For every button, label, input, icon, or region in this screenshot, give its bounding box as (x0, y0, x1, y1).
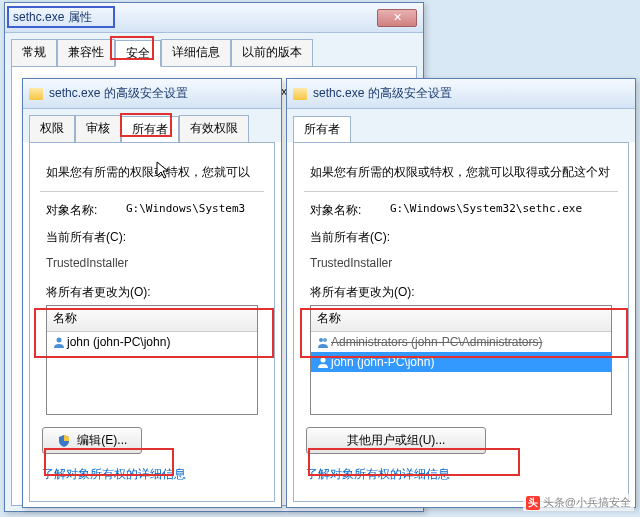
list-item-label: john (john-PC\john) (331, 355, 434, 369)
change-to-label: 将所有者更改为(O): (310, 284, 612, 301)
list-item[interactable]: Administrators (john-PC\Administrators) (311, 332, 611, 352)
svg-point-2 (323, 338, 327, 342)
tab-owner[interactable]: 所有者 (121, 116, 179, 143)
close-icon[interactable]: ✕ (377, 9, 417, 27)
object-value: G:\Windows\System32\sethc.exe (390, 202, 582, 219)
list-header: 名称 (311, 306, 611, 332)
svg-point-0 (57, 338, 62, 343)
advanced-security-window-left: sethc.exe 的高级安全设置 权限 审核 所有者 有效权限 如果您有所需的… (22, 78, 282, 508)
window-title: sethc.exe 的高级安全设置 (47, 85, 275, 102)
window-title: sethc.exe 属性 (11, 9, 377, 26)
owner-desc: 如果您有所需的权限或特权，您就可以取得或分配这个对 (310, 163, 612, 181)
edit-button-label: 编辑(E)... (77, 433, 127, 447)
tab-general[interactable]: 常规 (11, 39, 57, 66)
edit-button[interactable]: 编辑(E)... (42, 427, 142, 454)
current-owner-label: 当前所有者(C): (310, 229, 612, 246)
other-users-button-label: 其他用户或组(U)... (347, 433, 446, 447)
tab-security[interactable]: 安全 (115, 40, 161, 67)
current-owner-value: TrustedInstaller (310, 256, 612, 270)
watermark: 头 头条@小兵搞安全 (523, 494, 634, 511)
titlebar[interactable]: sethc.exe 属性 ✕ (5, 3, 423, 33)
owner-list[interactable]: 名称 Administrators (john-PC\Administrator… (310, 305, 612, 415)
list-item[interactable]: john (john-PC\john) (311, 352, 611, 372)
change-to-label: 将所有者更改为(O): (46, 284, 258, 301)
adv-tabstrip: 权限 审核 所有者 有效权限 (23, 109, 281, 142)
list-item[interactable]: john (john-PC\john) (47, 332, 257, 352)
list-item-label: Administrators (john-PC\Administrators) (331, 335, 542, 349)
list-item-label: john (john-PC\john) (67, 335, 170, 349)
tab-compat[interactable]: 兼容性 (57, 39, 115, 66)
svg-point-1 (319, 338, 323, 342)
tab-audit[interactable]: 审核 (75, 115, 121, 142)
tab-prev-versions[interactable]: 以前的版本 (231, 39, 313, 66)
svg-point-3 (321, 358, 326, 363)
folder-icon (29, 88, 43, 100)
tab-effective[interactable]: 有效权限 (179, 115, 249, 142)
owner-list[interactable]: 名称 john (john-PC\john) (46, 305, 258, 415)
tab-owner[interactable]: 所有者 (293, 116, 351, 143)
titlebar[interactable]: sethc.exe 的高级安全设置 (23, 79, 281, 109)
list-header: 名称 (47, 306, 257, 332)
advanced-security-window-right: sethc.exe 的高级安全设置 所有者 如果您有所需的权限或特权，您就可以取… (286, 78, 636, 508)
user-icon (53, 336, 65, 348)
titlebar[interactable]: sethc.exe 的高级安全设置 (287, 79, 635, 109)
learn-more-link[interactable]: 了解对象所有权的详细信息 (42, 466, 186, 483)
tab-details[interactable]: 详细信息 (161, 39, 231, 66)
learn-more-link[interactable]: 了解对象所有权的详细信息 (306, 466, 450, 483)
tab-permissions[interactable]: 权限 (29, 115, 75, 142)
other-users-button[interactable]: 其他用户或组(U)... (306, 427, 486, 454)
group-icon (317, 336, 329, 348)
watermark-text: 头条@小兵搞安全 (543, 495, 631, 510)
shield-icon (57, 434, 71, 448)
object-label: 对象名称: (310, 202, 390, 219)
object-value: G:\Windows\System3 (126, 202, 245, 219)
toutiao-icon: 头 (526, 496, 540, 510)
folder-icon (293, 88, 307, 100)
current-owner-label: 当前所有者(C): (46, 229, 258, 246)
current-owner-value: TrustedInstaller (46, 256, 258, 270)
props-tabstrip: 常规 兼容性 安全 详细信息 以前的版本 (5, 33, 423, 66)
owner-desc: 如果您有所需的权限或特权，您就可以 (46, 163, 258, 181)
object-label: 对象名称: (46, 202, 126, 219)
adv-tabstrip: 所有者 (287, 109, 635, 142)
user-icon (317, 356, 329, 368)
window-title: sethc.exe 的高级安全设置 (311, 85, 629, 102)
